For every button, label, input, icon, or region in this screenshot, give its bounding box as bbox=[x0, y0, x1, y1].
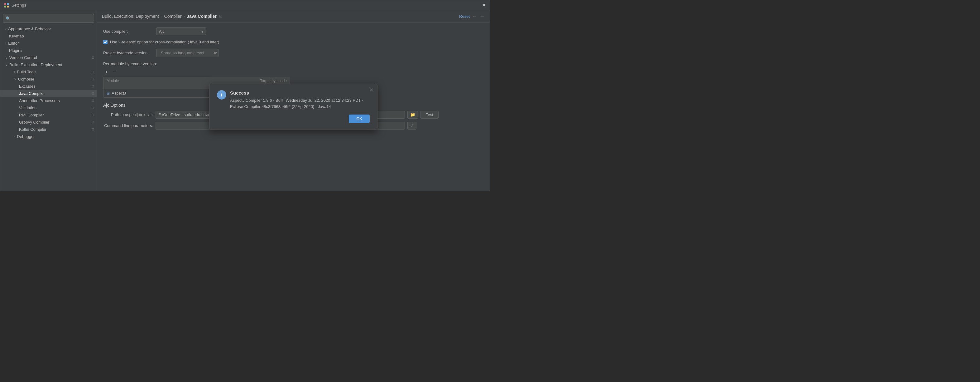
window-title: Settings bbox=[11, 3, 26, 8]
breadcrumb-part3: Java Compiler bbox=[187, 14, 216, 19]
pin-icon: ⊡ bbox=[91, 70, 94, 74]
sidebar-item-annotation-processors[interactable]: Annotation Processors ⊡ bbox=[0, 97, 97, 104]
breadcrumb-sep1: › bbox=[161, 14, 162, 19]
expand-arrow: ∨ bbox=[14, 77, 16, 81]
pin-icon: ⊡ bbox=[91, 84, 94, 88]
expand-arrow: › bbox=[5, 27, 6, 30]
sidebar-item-compiler[interactable]: ∨ Compiler ⊡ bbox=[0, 75, 97, 83]
close-button[interactable]: ✕ bbox=[482, 2, 486, 8]
sidebar-item-validation[interactable]: Validation ⊡ bbox=[0, 104, 97, 112]
pin-icon: ⊡ bbox=[91, 56, 94, 60]
svg-rect-1 bbox=[7, 3, 9, 5]
breadcrumb-part1: Build, Execution, Deployment bbox=[102, 14, 159, 19]
dialog-ok-button[interactable]: OK bbox=[349, 115, 370, 123]
window-icon: ⊡ bbox=[219, 14, 222, 18]
pin-icon: ⊡ bbox=[91, 99, 94, 103]
breadcrumb-part2: Compiler bbox=[164, 14, 182, 19]
sidebar-item-excludes[interactable]: Excludes ⊡ bbox=[0, 83, 97, 90]
sidebar: 🔍 › Appearance & Behavior Keymap › Edito… bbox=[0, 10, 97, 191]
svg-rect-3 bbox=[7, 6, 9, 8]
pin-icon: ⊡ bbox=[91, 77, 94, 81]
sidebar-item-label: Editor bbox=[8, 41, 94, 46]
sidebar-item-label: Keymap bbox=[9, 34, 94, 38]
sidebar-item-appearance[interactable]: › Appearance & Behavior bbox=[0, 25, 97, 32]
sidebar-item-label: Compiler bbox=[18, 77, 90, 82]
pin-icon: ⊡ bbox=[91, 91, 94, 96]
sidebar-item-kotlin-compiler[interactable]: Kotlin Compiler ⊡ bbox=[0, 126, 97, 133]
back-button[interactable]: ← bbox=[472, 13, 477, 19]
breadcrumb-sep2: › bbox=[184, 14, 185, 19]
svg-rect-0 bbox=[4, 3, 6, 5]
pin-icon: ⊡ bbox=[91, 106, 94, 110]
dialog-close-button[interactable]: ✕ bbox=[369, 87, 374, 93]
sidebar-item-plugins[interactable]: Plugins bbox=[0, 47, 97, 54]
dialog-message: AspectJ Compiler 1.9.6 - Built: Wednesda… bbox=[230, 97, 370, 110]
expand-arrow: › bbox=[14, 70, 15, 74]
title-bar: Settings ✕ bbox=[0, 0, 490, 10]
dialog-footer: OK bbox=[217, 115, 370, 123]
sidebar-item-label: Plugins bbox=[9, 48, 94, 53]
sidebar-item-rmi-compiler[interactable]: RMI Compiler ⊡ bbox=[0, 112, 97, 118]
dialog-overlay: ✕ i Success AspectJ Compiler 1.9.6 - Bui… bbox=[97, 22, 490, 191]
svg-rect-2 bbox=[4, 6, 6, 8]
dialog-info-icon: i bbox=[217, 90, 226, 99]
sidebar-item-label: Groovy Compiler bbox=[19, 120, 90, 125]
sidebar-item-groovy-compiler[interactable]: Groovy Compiler ⊡ bbox=[0, 118, 97, 126]
sidebar-item-version-control[interactable]: ∨ Version Control ⊡ bbox=[0, 54, 97, 61]
sidebar-item-label: Excludes bbox=[19, 84, 90, 89]
search-icon: 🔍 bbox=[6, 16, 11, 21]
sidebar-item-label: Kotlin Compiler bbox=[19, 127, 90, 132]
search-input[interactable] bbox=[13, 16, 91, 21]
success-dialog: ✕ i Success AspectJ Compiler 1.9.6 - Bui… bbox=[209, 84, 377, 129]
sidebar-item-debugger[interactable]: › Debugger bbox=[0, 133, 97, 140]
pin-icon: ⊡ bbox=[91, 120, 94, 124]
pin-icon: ⊡ bbox=[91, 113, 94, 117]
sidebar-item-label: Build Tools bbox=[17, 70, 90, 74]
sidebar-item-label: RMI Compiler bbox=[19, 113, 90, 117]
sidebar-item-label: Debugger bbox=[17, 134, 94, 139]
expand-arrow: ∨ bbox=[5, 56, 8, 59]
expand-arrow: › bbox=[5, 42, 6, 45]
app-icon bbox=[4, 3, 9, 8]
sidebar-item-java-compiler[interactable]: Java Compiler ⊡ bbox=[0, 90, 97, 97]
sidebar-item-label: Annotation Processors bbox=[19, 98, 90, 103]
panel-body: Use compiler: Ajc Javac Eclipse Use '--r… bbox=[97, 22, 490, 191]
main-content: 🔍 › Appearance & Behavior Keymap › Edito… bbox=[0, 10, 490, 191]
expand-arrow: › bbox=[14, 135, 15, 138]
forward-button[interactable]: → bbox=[480, 13, 485, 19]
dialog-header: i Success AspectJ Compiler 1.9.6 - Built… bbox=[217, 90, 370, 110]
sidebar-item-label: Validation bbox=[19, 105, 90, 110]
sidebar-item-build-exec[interactable]: ∨ Build, Execution, Deployment bbox=[0, 61, 97, 68]
reset-button[interactable]: Reset bbox=[459, 14, 470, 19]
right-panel: Build, Execution, Deployment › Compiler … bbox=[97, 10, 490, 191]
pin-icon: ⊡ bbox=[91, 127, 94, 131]
sidebar-item-label: Build, Execution, Deployment bbox=[10, 62, 94, 67]
search-box[interactable]: 🔍 bbox=[3, 14, 94, 23]
panel-header: Build, Execution, Deployment › Compiler … bbox=[97, 10, 490, 22]
sidebar-item-editor[interactable]: › Editor bbox=[0, 40, 97, 47]
settings-window: Settings ✕ 🔍 › Appearance & Behavior Key… bbox=[0, 0, 490, 191]
sidebar-item-label: Appearance & Behavior bbox=[8, 27, 94, 31]
sidebar-item-label: Version Control bbox=[10, 55, 90, 60]
dialog-content: Success AspectJ Compiler 1.9.6 - Built: … bbox=[230, 90, 370, 110]
expand-arrow: ∨ bbox=[5, 63, 8, 67]
sidebar-item-keymap[interactable]: Keymap bbox=[0, 32, 97, 40]
sidebar-item-build-tools[interactable]: › Build Tools ⊡ bbox=[0, 68, 97, 75]
breadcrumb: Build, Execution, Deployment › Compiler … bbox=[102, 14, 459, 19]
sidebar-item-label: Java Compiler bbox=[19, 91, 90, 96]
panel-actions: Reset ← → bbox=[459, 13, 485, 19]
dialog-title: Success bbox=[230, 90, 370, 96]
